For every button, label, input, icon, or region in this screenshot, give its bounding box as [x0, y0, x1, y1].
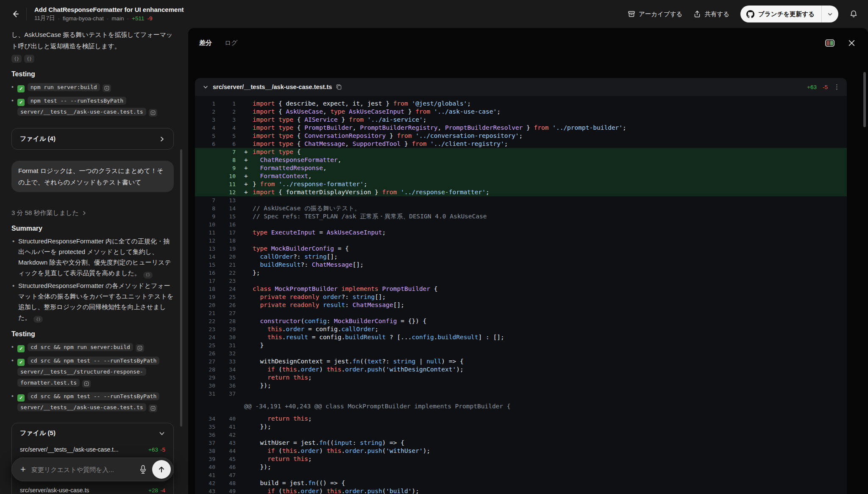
code-ref-icon[interactable]: {} — [143, 272, 153, 279]
code-text: // AskUseCase の振る舞いテスト。 — [253, 204, 847, 212]
diff-marker — [241, 317, 253, 325]
terminal-output-icon[interactable] — [103, 84, 111, 92]
work-duration-toggle[interactable]: 3 分 58 秒作業しました — [11, 209, 174, 217]
diff-marker — [241, 309, 253, 317]
archive-button[interactable]: アーカイブする — [628, 10, 683, 18]
attach-button[interactable]: + — [20, 464, 31, 475]
old-line-number: 36 — [195, 431, 220, 439]
notifications-button[interactable] — [849, 10, 858, 18]
new-line-number: 36 — [220, 382, 241, 390]
share-button[interactable]: 共有する — [693, 10, 729, 18]
terminal-output-icon[interactable] — [149, 109, 157, 117]
diff-scrollbar[interactable] — [863, 72, 866, 127]
diff-marker: + — [241, 164, 253, 172]
new-line-number: 41 — [220, 423, 241, 431]
send-button[interactable] — [152, 460, 171, 479]
old-line-number: 23 — [195, 325, 220, 333]
diff-line: 4248 build = jest.fn(() => { — [195, 479, 847, 487]
code-ref-icon[interactable]: {} — [11, 55, 22, 63]
new-line-number: 13 — [220, 196, 241, 204]
old-line-number — [195, 148, 220, 156]
mic-button[interactable] — [139, 465, 147, 474]
code-text: return this; — [253, 455, 847, 463]
deletions-count: -9 — [147, 15, 153, 22]
old-line-number: 30 — [195, 382, 220, 390]
diff-marker — [241, 349, 253, 357]
summary-item: •StructuredResponseFormatter の各メソッドとフォーマ… — [11, 280, 174, 323]
copy-path-icon[interactable] — [336, 84, 342, 90]
new-line-number: 47 — [220, 471, 241, 479]
tab-diff[interactable]: 差分 — [199, 39, 212, 47]
diff-line: 2430 this.result = config.buildResult ? … — [195, 333, 847, 341]
files-collapsed-card[interactable]: ファイル (4) — [11, 128, 174, 150]
code-text — [253, 196, 847, 204]
diff-line: 66import type { ChatMessage, SupportedTo… — [195, 140, 847, 148]
diff-marker — [241, 132, 253, 140]
diff-marker — [241, 341, 253, 349]
collapse-chevron-icon[interactable] — [203, 84, 209, 90]
old-line-number: 2 — [195, 108, 220, 116]
code-text — [253, 431, 847, 439]
update-branch-dropdown[interactable] — [822, 11, 838, 17]
new-line-number: 9 — [220, 164, 241, 172]
new-line-number: 17 — [220, 229, 241, 237]
panel-tabs: 差分 ログ — [188, 28, 868, 58]
chevron-down-icon — [827, 11, 833, 17]
chat-input[interactable] — [31, 466, 139, 473]
back-button[interactable] — [7, 6, 24, 22]
check-icon: ✓ — [17, 99, 25, 106]
diff-line: 2228 constructor(config: MockBuilderConf… — [195, 317, 847, 325]
diff-marker — [241, 423, 253, 431]
update-branch-button[interactable]: ブランチを更新する — [740, 6, 838, 22]
new-line-number: 44 — [220, 447, 241, 455]
new-line-number: 12 — [220, 188, 241, 196]
code-text — [253, 220, 847, 229]
command-chip: npm test -- --runTestsByPath server/__te… — [17, 97, 146, 116]
terminal-output-icon[interactable] — [149, 405, 157, 412]
bullet: • — [12, 236, 14, 246]
code-text — [253, 349, 847, 357]
testing-item: •✓cd src && npm test -- --runTestsByPath… — [11, 391, 174, 413]
sidebar-scrollbar[interactable] — [180, 149, 182, 427]
code-text: }; — [253, 269, 847, 277]
share-icon — [693, 10, 701, 18]
diff-line: 3642 — [195, 431, 847, 439]
file-row[interactable]: src/server/ask-use-case.ts+28-4 — [20, 482, 165, 494]
new-line-number: 30 — [220, 333, 241, 341]
summary-heading: Summary — [11, 225, 174, 232]
check-icon: ✓ — [17, 345, 25, 352]
new-line-number: 5 — [220, 132, 241, 140]
new-line-number: 25 — [220, 293, 241, 301]
diff-marker — [241, 333, 253, 341]
terminal-output-icon[interactable] — [82, 380, 91, 388]
terminal-output-icon[interactable] — [136, 344, 144, 352]
old-line-number: 28 — [195, 366, 220, 374]
old-line-number: 24 — [195, 333, 220, 341]
diff-line: 33import type { AIService } from '../ai-… — [195, 116, 847, 124]
code-text: }); — [253, 423, 847, 431]
old-line-number: 38 — [195, 447, 220, 455]
old-line-number: 3 — [195, 116, 220, 124]
code-ref-icon[interactable]: {} — [33, 316, 43, 323]
file-menu-button[interactable]: ⋮ — [834, 83, 840, 91]
files-expanded-header[interactable]: ファイル (5) — [20, 429, 165, 441]
diff-line: 1218 — [195, 237, 847, 245]
diff-line: 1521 buildResult?: ChatMessage[]; — [195, 261, 847, 269]
new-line-number: 26 — [220, 301, 241, 309]
code-ref-chips: {} {} — [11, 55, 174, 63]
close-panel-button[interactable] — [848, 39, 855, 47]
tab-log[interactable]: ログ — [225, 39, 238, 47]
diff-file-header: src/server/__tests__/ask-use-case.test.t… — [195, 78, 847, 96]
archive-icon — [628, 10, 635, 18]
file-row[interactable]: src/server/__tests__/ask-use-case.t...+6… — [20, 441, 165, 458]
diff-marker — [241, 116, 253, 124]
old-line-number — [195, 180, 220, 188]
old-line-number: 11 — [195, 229, 220, 237]
new-line-number: 23 — [220, 277, 241, 285]
diff-line: 3440 return this; — [195, 415, 847, 423]
code-ref-icon[interactable]: {} — [24, 55, 34, 63]
file-name: src/server/__tests__/ask-use-case.t... — [20, 446, 119, 453]
bullet: • — [11, 391, 14, 402]
diff-line: 2531 } — [195, 341, 847, 349]
split-diff-view-icon[interactable] — [825, 39, 835, 47]
